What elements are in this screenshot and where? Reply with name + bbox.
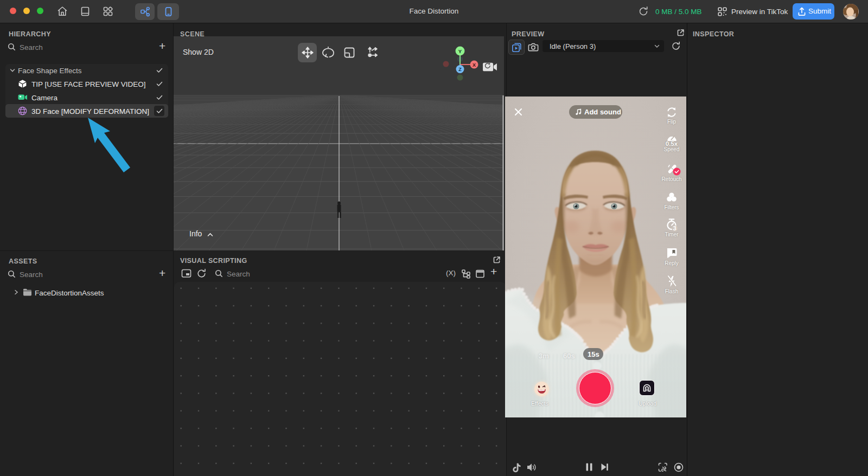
svg-text:X: X [473,62,476,68]
svg-text:Z: Z [458,67,462,72]
svg-text:Y: Y [458,48,462,54]
svg-text:3: 3 [673,225,676,231]
